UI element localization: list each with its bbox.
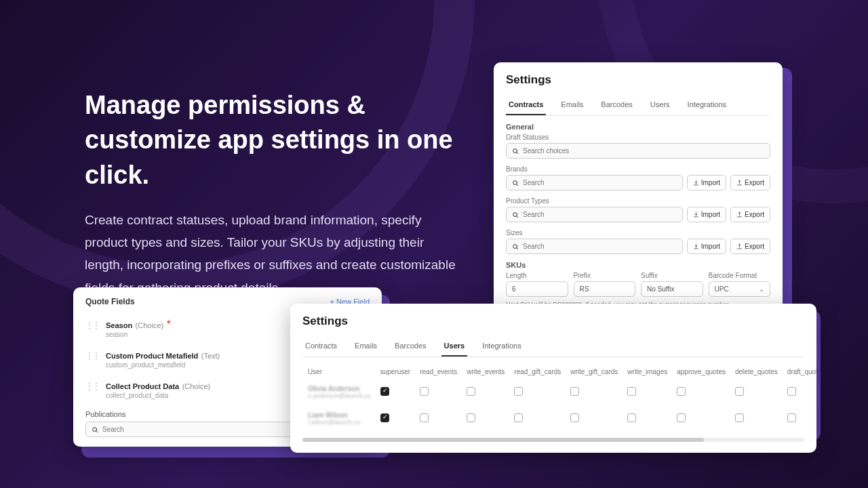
sizes-input[interactable] <box>523 243 677 250</box>
search-icon <box>92 426 98 433</box>
tab-users[interactable]: Users <box>648 96 673 115</box>
import-icon <box>693 180 699 186</box>
column-header: User <box>304 365 375 378</box>
permission-checkbox[interactable] <box>735 387 744 396</box>
settings-panel-contracts: Settings Contracts Emails Barcodes Users… <box>494 62 783 316</box>
permission-checkbox[interactable] <box>467 387 475 396</box>
sizes-export-button[interactable]: Export <box>730 239 770 254</box>
draft-statuses-input[interactable] <box>523 147 764 155</box>
sizes-label: Sizes <box>506 229 770 237</box>
permission-checkbox[interactable] <box>514 413 523 422</box>
quote-fields-title: Quote Fields <box>85 297 135 306</box>
search-icon <box>512 180 519 186</box>
import-icon <box>693 243 699 249</box>
brands-import-button[interactable]: Import <box>687 175 726 190</box>
search-icon <box>512 148 519 155</box>
sizes-search[interactable] <box>506 239 683 254</box>
hero: Manage permissions & customize app setti… <box>85 88 465 299</box>
column-header: read_events <box>416 365 461 378</box>
brands-input[interactable] <box>523 179 677 186</box>
settings-panel-users: Settings Contracts Emails Barcodes Users… <box>290 304 816 453</box>
tab-barcodes[interactable]: Barcodes <box>392 338 429 357</box>
brands-search[interactable] <box>506 175 683 190</box>
table-row: Olivia Andersono.anderson@launch.co <box>304 380 816 405</box>
column-header: draft_quotes <box>783 365 816 378</box>
search-icon <box>512 211 519 218</box>
draft-statuses-label: Draft Statuses <box>506 134 770 141</box>
svg-line-1 <box>517 152 518 153</box>
permission-checkbox[interactable] <box>467 413 475 422</box>
suffix-input[interactable] <box>641 281 703 297</box>
column-header: read_gift_cards <box>510 365 565 378</box>
import-icon <box>693 211 699 218</box>
permission-checkbox[interactable] <box>570 413 579 422</box>
table-row: Liam Wilsonl.wilson@launch.co <box>304 406 816 431</box>
permission-checkbox[interactable] <box>677 387 686 396</box>
field-name: Collect Product Data <box>106 382 179 390</box>
tab-integrations[interactable]: Integrations <box>479 338 524 357</box>
settings-title: Settings <box>506 73 770 87</box>
export-icon <box>736 180 743 186</box>
skus-label: SKUs <box>506 261 770 269</box>
svg-line-9 <box>96 430 98 432</box>
svg-line-5 <box>517 216 518 217</box>
tab-users[interactable]: Users <box>441 338 468 357</box>
product-types-import-button[interactable]: Import <box>687 207 726 222</box>
brands-export-button[interactable]: Export <box>730 175 770 190</box>
column-header: delete_quotes <box>731 365 782 378</box>
user-cell: Olivia Andersono.anderson@launch.co <box>304 380 375 405</box>
permission-checkbox[interactable] <box>514 387 523 396</box>
tab-contracts[interactable]: Contracts <box>506 96 546 115</box>
field-name: Custom Product Metafield <box>106 352 198 360</box>
tab-integrations[interactable]: Integrations <box>685 96 729 115</box>
tab-barcodes[interactable]: Barcodes <box>598 96 635 115</box>
product-types-export-button[interactable]: Export <box>730 207 770 222</box>
tab-emails[interactable]: Emails <box>558 96 586 115</box>
column-header: write_gift_cards <box>566 365 622 378</box>
drag-handle-icon[interactable]: ⋮⋮ <box>85 319 99 329</box>
length-input[interactable] <box>506 281 568 297</box>
hero-title: Manage permissions & customize app setti… <box>85 88 465 192</box>
svg-line-3 <box>517 184 518 185</box>
hero-body: Create contract statuses, upload brand i… <box>85 209 465 299</box>
column-header: approve_quotes <box>673 365 730 378</box>
general-label: General <box>506 123 770 131</box>
permission-checkbox[interactable] <box>735 413 744 422</box>
field-type: (Choice) <box>136 321 164 329</box>
product-types-label: Product Types <box>506 197 770 205</box>
search-icon <box>512 243 519 250</box>
brands-label: Brands <box>506 165 770 173</box>
required-indicator: * <box>167 319 171 330</box>
drag-handle-icon[interactable]: ⋮⋮ <box>85 380 99 390</box>
permission-checkbox[interactable] <box>380 413 389 422</box>
export-icon <box>736 211 743 218</box>
permission-checkbox[interactable] <box>570 387 579 396</box>
column-header: write_images <box>623 365 671 378</box>
draft-statuses-search[interactable] <box>506 143 770 159</box>
settings-tabs: Contracts Emails Barcodes Users Integrat… <box>302 338 804 357</box>
horizontal-scrollbar[interactable] <box>302 438 804 442</box>
permission-checkbox[interactable] <box>787 387 796 396</box>
permission-checkbox[interactable] <box>787 413 796 422</box>
product-types-input[interactable] <box>523 211 677 218</box>
permission-checkbox[interactable] <box>380 387 389 396</box>
suffix-label: Suffix <box>641 272 703 279</box>
permission-checkbox[interactable] <box>627 413 636 422</box>
settings-title: Settings <box>302 314 804 328</box>
permission-checkbox[interactable] <box>420 413 429 422</box>
tab-emails[interactable]: Emails <box>352 338 380 357</box>
users-table: Usersuperuserread_eventswrite_eventsread… <box>302 364 816 432</box>
tab-contracts[interactable]: Contracts <box>302 338 340 357</box>
permission-checkbox[interactable] <box>627 387 636 396</box>
prefix-input[interactable] <box>574 281 636 297</box>
length-label: Length <box>506 272 568 279</box>
user-cell: Liam Wilsonl.wilson@launch.co <box>304 406 375 431</box>
field-type: (Text) <box>201 352 220 360</box>
drag-handle-icon[interactable]: ⋮⋮ <box>85 349 99 360</box>
permission-checkbox[interactable] <box>677 413 686 422</box>
permission-checkbox[interactable] <box>420 387 429 396</box>
export-icon <box>736 243 743 249</box>
sizes-import-button[interactable]: Import <box>687 239 726 254</box>
product-types-search[interactable] <box>506 207 683 222</box>
barcode-select[interactable]: UPC⌄ <box>709 281 771 297</box>
